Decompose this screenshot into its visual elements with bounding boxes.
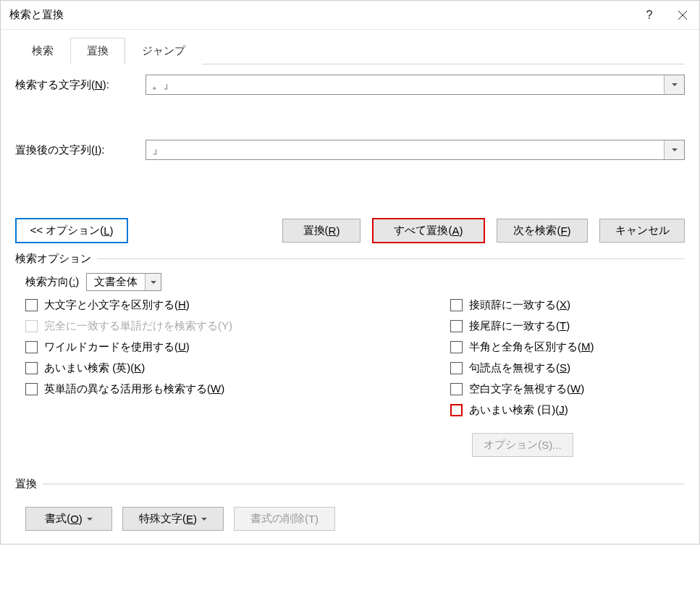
direction-value: 文書全体 [87,274,145,290]
options-legend: 検索オプション [15,252,685,266]
chk-width[interactable]: 半角と全角を区別する(M) [450,340,682,354]
chk-ignore-punct[interactable]: 句読点を無視する(S) [450,361,682,375]
chk-word-forms[interactable]: 英単語の異なる活用形も検索する(W) [25,382,407,396]
titlebar-buttons: ? [633,1,699,30]
chk-whole-word: 完全に一致する単語だけを検索する(Y) [25,319,407,333]
close-button[interactable] [666,1,699,30]
direction-row: 検索方向(:) 文書全体 [25,273,682,291]
no-format-button: 書式の削除(T) [234,507,335,531]
chk-fuzzy-en[interactable]: あいまい検索 (英)(K) [25,361,407,375]
chevron-down-icon [672,148,678,151]
fuzzy-options-button: オプション(S)... [472,433,573,457]
replace-dropdown[interactable] [664,140,684,159]
replace-row: 置換後の文字列(I): [15,140,685,160]
dialog-content: 検索 置換 ジャンプ 検索する文字列(N): 置換後の文字列(I): [1,30,699,544]
titlebar: 検索と置換 ? [1,1,699,30]
find-next-button[interactable]: 次を検索(F) [497,219,588,243]
chk-wildcard[interactable]: ワイルドカードを使用する(U) [25,340,407,354]
search-label: 検索する文字列(N): [15,78,138,92]
search-options-fieldset: 検索オプション 検索方向(:) 文書全体 大文字と小文字を区別する(H) [15,252,685,457]
find-replace-dialog: 検索と置換 ? 検索 置換 ジャンプ 検索する文字列(N): 置換 [0,0,700,544]
format-button[interactable]: 書式(O) [25,507,112,531]
chk-ignore-ws[interactable]: 空白文字を無視する(W) [450,382,682,396]
tab-jump[interactable]: ジャンプ [125,38,202,64]
chk-suffix[interactable]: 接尾辞に一致する(T) [450,319,682,333]
toggle-options-button[interactable]: << オプション(L) [15,218,128,243]
tabs: 検索 置換 ジャンプ [15,37,685,64]
cancel-button[interactable]: キャンセル [599,219,685,243]
right-column: 接頭辞に一致する(X) 接尾辞に一致する(T) 半角と全角を区別する(M) 句読… [450,298,682,457]
replace-legend: 置換 [15,477,685,491]
replace-label: 置換後の文字列(I): [15,143,138,157]
replace-input[interactable] [146,140,664,159]
search-input[interactable] [146,75,664,94]
checkbox-columns: 大文字と小文字を区別する(H) 完全に一致する単語だけを検索する(Y) ワイルド… [25,298,682,457]
dialog-title: 検索と置換 [9,8,64,22]
direction-dropdown[interactable] [145,274,161,290]
footer-buttons: 書式(O) 特殊文字(E) 書式の削除(T) [15,494,685,531]
chevron-down-icon [201,518,207,521]
search-row: 検索する文字列(N): [15,75,685,95]
help-button[interactable]: ? [633,1,666,30]
replace-combo [146,140,685,160]
chevron-down-icon [151,281,156,284]
chevron-down-icon [672,83,678,86]
search-dropdown[interactable] [664,75,684,94]
chk-fuzzy-jp[interactable]: あいまい検索 (日)(J) [450,403,682,417]
main-buttons: << オプション(L) 置換(R) すべて置換(A) 次を検索(F) キャンセル [15,218,685,243]
replace-button[interactable]: 置換(R) [282,219,360,243]
chevron-down-icon [87,518,93,521]
special-button[interactable]: 特殊文字(E) [122,507,224,531]
direction-label: 検索方向(:) [25,275,79,289]
tab-replace[interactable]: 置換 [70,38,125,64]
tab-search[interactable]: 検索 [15,38,70,64]
chk-prefix[interactable]: 接頭辞に一致する(X) [450,298,682,312]
direction-select[interactable]: 文書全体 [86,273,161,291]
replace-all-button[interactable]: すべて置換(A) [372,218,485,243]
replace-footer-fieldset: 置換 書式(O) 特殊文字(E) 書式の削除(T) [15,477,685,531]
close-icon [678,10,688,20]
search-combo [146,75,685,95]
left-column: 大文字と小文字を区別する(H) 完全に一致する単語だけを検索する(Y) ワイルド… [25,298,407,457]
chk-match-case[interactable]: 大文字と小文字を区別する(H) [25,298,407,312]
